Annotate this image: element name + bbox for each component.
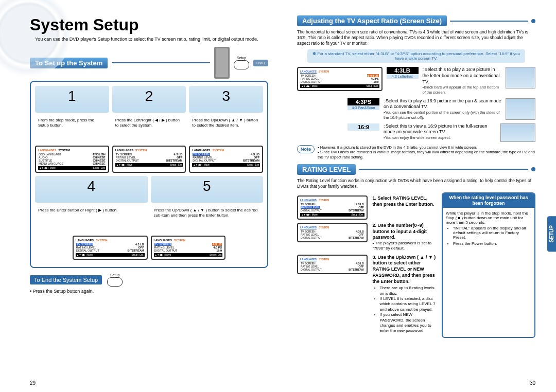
aspect-label-43lb: 4:3LB 4:3 Letterbox bbox=[387, 67, 419, 79]
aspect-row-43lb: LANGUAGESSYSTEM TV SCREEN▶ 4:3 LB RATING… bbox=[297, 67, 535, 95]
step-4-text: Press the Enter button or Right ( ▶ ) bu… bbox=[35, 206, 148, 233]
rating-note-2: If LEVEL 6 is selected, a disc which con… bbox=[380, 296, 437, 312]
osd-screen-1: LANGUAGESSYSTEM OSD LANGUAGEENGLISH AUDI… bbox=[35, 146, 109, 173]
rating-osd-1: LANGUAGESSYSTEM TV SCREEN4:3 LB RATING L… bbox=[297, 195, 368, 220]
aspect-note-row: Note • However, if a picture is stored o… bbox=[297, 145, 535, 160]
aspect-intro: The horizontal to vertical screen size r… bbox=[297, 29, 535, 46]
osd-screen-5: LANGUAGESSYSTEM TV SCREEN4:3 LB RATING L… bbox=[151, 236, 226, 260]
aspect-label-43ps: 4:3PS 4:3 Pan&Scan bbox=[348, 98, 379, 110]
forgot-heading: When the rating level password has been … bbox=[443, 193, 534, 208]
right-page: Adjusting the TV Aspect Ratio (Screen Si… bbox=[283, 0, 556, 392]
step-5: 5 bbox=[151, 176, 264, 203]
rating-note-1: There are up to 8 rating levels on a dis… bbox=[380, 286, 437, 296]
aspect-row-43ps: 4:3PS 4:3 Pan&Scan :Select this to play … bbox=[297, 98, 535, 120]
page-title: System Setup bbox=[30, 15, 268, 34]
dvd-badge: DVD bbox=[253, 60, 268, 66]
aspect-text-169: :Select this to view a 16:9 picture in t… bbox=[384, 123, 496, 140]
rating-step-2-note: • The player's password is set to "7890"… bbox=[373, 241, 437, 252]
setup-button-graphic-2: Setup bbox=[107, 273, 123, 287]
step-4: 4 bbox=[35, 176, 148, 203]
rating-step-3-row: LANGUAGESSYSTEM TV SCREEN4:3 LB RATING L… bbox=[297, 255, 437, 335]
header-line bbox=[112, 62, 210, 63]
remote-graphic bbox=[214, 47, 230, 79]
page-number-right: 30 bbox=[530, 380, 535, 386]
rating-step-1: 1. Select RATING LEVEL, then press the E… bbox=[373, 195, 435, 207]
page-number-left: 29 bbox=[30, 380, 36, 386]
step-3-text: Press the Up/Down ( ▲ / ▼ ) button to se… bbox=[189, 116, 263, 142]
aspect-note-text: • However, if a picture is stored on the… bbox=[318, 145, 535, 160]
osd-screen-4: LANGUAGESSYSTEM TV SCREEN4:3 LB RATING L… bbox=[73, 236, 148, 260]
intro-text: You can use the DVD player's Setup funct… bbox=[35, 37, 268, 42]
rating-step-2: 2. Use the number(0~9) buttons to input … bbox=[373, 223, 427, 240]
aspect-text-43ps: :Select this to play a 16:9 picture in t… bbox=[384, 98, 501, 120]
forgot-li-1: "INITIAL" appears on the display and all… bbox=[453, 226, 531, 240]
rating-step-1-row: LANGUAGESSYSTEM TV SCREEN4:3 LB RATING L… bbox=[297, 195, 437, 220]
aspect-section-title: Adjusting the TV Aspect Ratio (Screen Si… bbox=[297, 15, 447, 26]
end-setup-title: To End the System Setup bbox=[30, 275, 102, 284]
aspect-osd: LANGUAGESSYSTEM TV SCREEN▶ 4:3 LB RATING… bbox=[297, 67, 383, 91]
forgot-li-2: Press the Power button. bbox=[453, 241, 531, 246]
forgot-password-box: When the rating level password has been … bbox=[442, 192, 535, 338]
left-page: System Setup You can use the DVD player'… bbox=[0, 0, 283, 392]
rating-intro: The Rating Level function works in conju… bbox=[297, 178, 535, 189]
rating-step-3: 3. Use the Up/Down ( ▲ / ▼ ) button to s… bbox=[373, 255, 436, 284]
step-5-text: Press the Up/Down ( ▲ / ▼ ) button to se… bbox=[151, 206, 264, 233]
step-3: 3 bbox=[189, 86, 263, 113]
steps-container: 1 2 3 From the stop mode, press the Setu… bbox=[30, 81, 268, 268]
rating-step-2-row: LANGUAGESSYSTEM TV SCREEN4:3 LB RATING L… bbox=[297, 223, 437, 252]
end-setup-note: • Press the Setup button again. bbox=[30, 289, 268, 294]
rating-note-3: If you select NEW PASSWORD, the screen c… bbox=[380, 312, 437, 334]
rating-osd-3: LANGUAGESSYSTEM TV SCREEN4:3 LB RATING L… bbox=[297, 255, 368, 274]
aspect-label-169: 16:9 bbox=[348, 123, 379, 131]
aspect-illustration-43ps bbox=[506, 98, 535, 120]
aspect-illustration-169 bbox=[500, 123, 535, 142]
aspect-illustration-43lb bbox=[506, 67, 535, 88]
setup-button-graphic: Setup bbox=[234, 56, 249, 69]
aspect-row-169: 16:9 :Select this to view a 16:9 picture… bbox=[297, 123, 535, 142]
note-badge: Note bbox=[297, 145, 315, 153]
end-setup-row: To End the System Setup Setup bbox=[30, 273, 268, 287]
osd-screen-3: LANGUAGESSYSTEM TV SCREEN4:3 LB RATING L… bbox=[189, 146, 263, 173]
rating-osd-2: LANGUAGESSYSTEM TV SCREEN4:3 LB RATING L… bbox=[297, 223, 368, 242]
step-1-text: From the stop mode, press the Setup butt… bbox=[35, 116, 109, 142]
step-2-text: Press the Left/Right ( ◀ / ▶ ) button to… bbox=[112, 116, 186, 142]
rating-section-title: RATING LEVEL bbox=[297, 164, 356, 175]
osd-screen-2: LANGUAGESSYSTEM TV SCREEN4:3 LB RATING L… bbox=[112, 146, 186, 173]
forgot-body-text: While the player is in the stop mode, ho… bbox=[446, 211, 531, 225]
aspect-text-43lb: :Select this to play a 16:9 picture in t… bbox=[423, 67, 502, 95]
step-1: 1 bbox=[35, 86, 109, 113]
step-2: 2 bbox=[112, 86, 186, 113]
aspect-tip: ✽ For a standard TV, select either "4:3L… bbox=[307, 49, 525, 63]
side-tab-setup: SETUP bbox=[547, 216, 556, 252]
